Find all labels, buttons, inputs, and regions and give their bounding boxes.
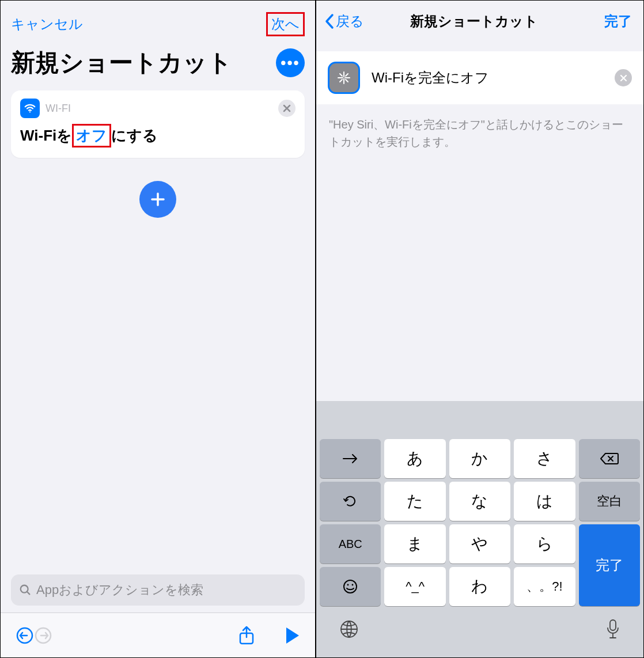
- svg-point-7: [352, 584, 354, 586]
- keyboard-grid: あ か さ た な は 空白 ABC ま や ら 完了 ^_^: [316, 436, 643, 610]
- key-ha[interactable]: は: [514, 482, 575, 521]
- next-button[interactable]: 次へ: [266, 12, 305, 36]
- key-backspace[interactable]: [579, 439, 640, 478]
- add-action-button[interactable]: [139, 181, 176, 218]
- action-card: WI-FI Wi-Fiを オフ にする: [11, 90, 305, 158]
- key-a[interactable]: あ: [384, 439, 445, 478]
- sparkle-icon: [335, 69, 353, 86]
- close-icon: [283, 104, 291, 112]
- svg-point-5: [344, 580, 357, 593]
- action-card-header: WI-FI: [20, 99, 296, 118]
- plus-icon: [149, 191, 166, 208]
- backspace-icon: [600, 452, 619, 466]
- toolbar: [1, 612, 315, 657]
- key-next-candidate[interactable]: [320, 439, 381, 478]
- action-app-label: WI-FI: [46, 103, 278, 115]
- svg-point-0: [29, 111, 31, 112]
- nav-title: 新規ショートカット: [347, 12, 601, 31]
- key-wa[interactable]: わ: [449, 567, 510, 606]
- key-sa[interactable]: さ: [514, 439, 575, 478]
- right-screen: 戻る 新規ショートカット 完了 "Hey Siri、Wi-Fiを完全にオフ"と話…: [316, 0, 644, 658]
- svg-rect-9: [610, 620, 616, 630]
- key-return[interactable]: 完了: [579, 524, 640, 606]
- share-icon: [238, 625, 255, 646]
- wifi-icon: [20, 99, 40, 118]
- done-button[interactable]: 完了: [601, 11, 635, 32]
- svg-point-6: [347, 584, 349, 586]
- arrow-right-icon: [342, 453, 359, 464]
- key-ta[interactable]: た: [384, 482, 445, 521]
- key-ma[interactable]: ま: [384, 524, 445, 564]
- key-ya[interactable]: や: [449, 524, 510, 564]
- more-button[interactable]: •••: [276, 48, 305, 77]
- clear-name-button[interactable]: [615, 69, 632, 86]
- key-ka[interactable]: か: [449, 439, 510, 478]
- search-icon: [19, 584, 32, 596]
- undo-icon: [342, 493, 358, 509]
- chevron-left-icon: [324, 13, 335, 29]
- run-button[interactable]: [284, 626, 300, 645]
- key-punct[interactable]: 、。?!: [514, 567, 575, 606]
- globe-button[interactable]: [339, 619, 359, 641]
- action-text-post: にする: [111, 126, 158, 146]
- share-button[interactable]: [238, 625, 255, 646]
- action-text-pre: Wi-Fiを: [20, 126, 72, 146]
- remove-action-button[interactable]: [278, 100, 296, 117]
- search-placeholder: Appおよびアクションを検索: [36, 581, 203, 599]
- action-toggle-value[interactable]: オフ: [72, 124, 111, 148]
- dictation-button[interactable]: [605, 619, 620, 641]
- key-undo[interactable]: [320, 482, 381, 521]
- nav-bar: キャンセル 次へ: [1, 1, 315, 42]
- shortcut-icon-button[interactable]: [328, 62, 360, 94]
- shortcut-name-row: [316, 51, 643, 104]
- key-abc[interactable]: ABC: [320, 524, 381, 564]
- page-title: 新規ショートカット: [11, 47, 276, 79]
- keyboard-bottom: [316, 610, 643, 657]
- redo-button[interactable]: [34, 626, 52, 645]
- key-na[interactable]: な: [449, 482, 510, 521]
- mic-icon: [605, 619, 620, 640]
- emoji-icon: [342, 578, 358, 595]
- ellipsis-icon: •••: [281, 54, 300, 72]
- play-icon: [284, 626, 300, 645]
- key-ra[interactable]: ら: [514, 524, 575, 564]
- key-space[interactable]: 空白: [579, 482, 640, 521]
- nav-bar: 戻る 新規ショートカット 完了: [316, 1, 643, 40]
- redo-icon: [34, 626, 52, 645]
- close-icon: [620, 74, 627, 82]
- undo-button[interactable]: [16, 626, 34, 645]
- key-kaomoji[interactable]: ^_^: [384, 567, 445, 606]
- cancel-button[interactable]: キャンセル: [11, 15, 83, 33]
- keyboard: あ か さ た な は 空白 ABC ま や ら 完了 ^_^: [316, 401, 643, 657]
- title-row: 新規ショートカット •••: [1, 42, 315, 90]
- globe-icon: [339, 619, 359, 639]
- siri-hint: "Hey Siri、Wi-Fiを完全にオフ"と話しかけるとこのショートカットを実…: [316, 104, 643, 162]
- left-screen: キャンセル 次へ 新規ショートカット ••• WI-FI Wi-Fiを オフ に…: [0, 0, 316, 658]
- undo-icon: [16, 626, 34, 645]
- search-input[interactable]: Appおよびアクションを検索: [11, 574, 305, 606]
- key-emoji[interactable]: [320, 567, 381, 606]
- shortcut-name-input[interactable]: [368, 67, 609, 88]
- action-text: Wi-Fiを オフ にする: [20, 124, 296, 148]
